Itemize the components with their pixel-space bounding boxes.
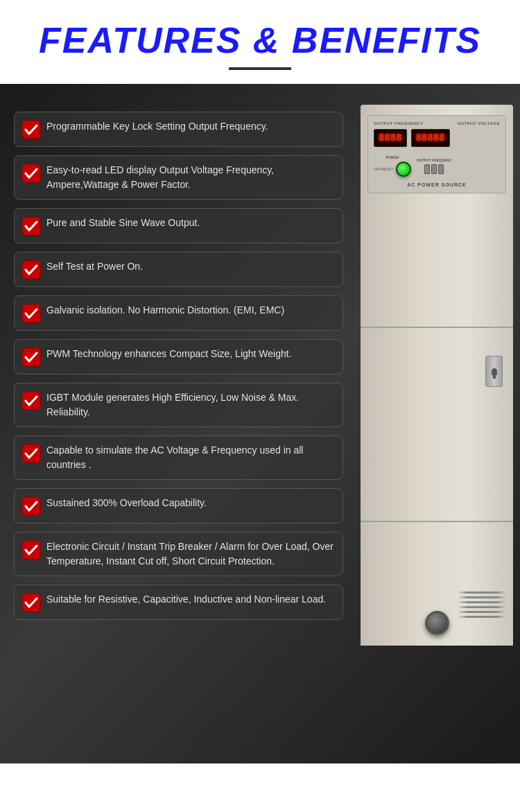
checkmark-icon-3 <box>21 216 41 236</box>
power-label: POWER <box>386 155 399 159</box>
feature-text-10: Electronic Circuit / Instant Trip Breake… <box>46 539 334 569</box>
header-section: FEATURES & BENEFITS <box>0 0 520 84</box>
feature-item-2: Easy-to-read LED display Output Voltage … <box>14 155 343 200</box>
checkmark-icon-11 <box>21 593 41 612</box>
feature-text-3: Pure and Stable Sine Wave Output. <box>46 216 200 230</box>
main-title: FEATURES & BENEFITS <box>14 21 506 60</box>
vent-slit-3 <box>458 601 506 603</box>
feature-text-8: Capable to simulate the AC Voltage & Fre… <box>46 443 334 472</box>
feature-text-5: Galvanic isolation. No Harmonic Distorti… <box>46 303 284 318</box>
checkmark-icon-2 <box>21 164 41 183</box>
checkmark-icon-1 <box>21 120 41 139</box>
freq-label: OUTPUT FREQUENCY <box>374 121 424 126</box>
feature-item-7: IGBT Module generates High Efficiency, L… <box>14 383 343 427</box>
feature-item-8: Capable to simulate the AC Voltage & Fre… <box>14 435 343 480</box>
voltage-label: OUTPUT VOLTAGE <box>458 121 500 126</box>
power-green-button[interactable] <box>396 162 411 177</box>
feature-item-4: Self Test at Power On. <box>14 252 343 287</box>
device-control-panel: OUTPUT FREQUENCY OUTPUT VOLTAGE 8888 888… <box>367 115 506 193</box>
vent-slit-4 <box>458 606 506 608</box>
freq-switch-3[interactable] <box>438 164 444 174</box>
door-handle-area <box>485 356 503 387</box>
output-freq-switch-section: OUTPUT FREQUENC <box>417 158 451 174</box>
device-top-panel: OUTPUT FREQUENCY OUTPUT VOLTAGE 8888 888… <box>361 105 513 327</box>
voltage-digits: 88888 <box>416 132 445 144</box>
checkmark-icon-4 <box>21 260 41 279</box>
vent-slit-1 <box>458 591 506 594</box>
feature-text-4: Self Test at Power On. <box>46 259 143 274</box>
checkmark-icon-9 <box>21 496 41 516</box>
door-handle[interactable] <box>485 356 503 387</box>
off-reset-label: OFF/RESET <box>374 167 393 171</box>
device-body: OUTPUT FREQUENCY OUTPUT VOLTAGE 8888 888… <box>361 105 513 646</box>
freq-switches <box>424 164 444 174</box>
feature-text-7: IGBT Module generates High Efficiency, L… <box>46 390 334 420</box>
feature-text-6: PWM Technology enhances Compact Size, Li… <box>46 347 292 361</box>
vent-slits <box>458 591 506 618</box>
device-image-area: OUTPUT FREQUENCY OUTPUT VOLTAGE 8888 888… <box>354 105 520 743</box>
feature-item-10: Electronic Circuit / Instant Trip Breake… <box>14 532 343 576</box>
feature-item-5: Galvanic isolation. No Harmonic Distorti… <box>14 295 343 331</box>
feature-item-3: Pure and Stable Sine Wave Output. <box>14 208 343 243</box>
power-section: POWER OFF/RESET <box>374 155 411 177</box>
panel-labels-row: OUTPUT FREQUENCY OUTPUT VOLTAGE <box>374 121 500 126</box>
power-switch-group: OFF/RESET <box>374 162 411 177</box>
device-middle-section <box>361 327 513 521</box>
feature-item-6: PWM Technology enhances Compact Size, Li… <box>14 339 343 374</box>
freq-digits: 8888 <box>379 132 402 144</box>
controls-row: POWER OFF/RESET OUTPUT FREQUENC <box>374 153 500 180</box>
title-underline <box>229 67 291 70</box>
device-bottom-section <box>361 521 513 646</box>
vent-slit-6 <box>458 616 506 618</box>
door-keyhole <box>492 368 497 375</box>
checkmark-icon-6 <box>21 347 41 367</box>
feature-text-11: Suitable for Resistive, Capacitive, Indu… <box>46 592 326 607</box>
freq-switch-2[interactable] <box>431 164 437 174</box>
display-row: 8888 88888 <box>374 129 500 147</box>
feature-text-1: Programmable Key Lock Setting Output Fre… <box>46 119 268 134</box>
dark-section: Programmable Key Lock Setting Output Fre… <box>0 84 520 763</box>
output-freq-switch-label: OUTPUT FREQUENC <box>417 158 451 162</box>
vent-slit-5 <box>458 611 506 613</box>
checkmark-icon-8 <box>21 444 41 463</box>
feature-item-9: Sustained 300% Overload Capability. <box>14 488 343 524</box>
feature-item-1: Programmable Key Lock Setting Output Fre… <box>14 112 343 147</box>
voltage-display: 88888 <box>411 129 450 147</box>
checkmark-icon-10 <box>21 540 41 560</box>
feature-item-11: Suitable for Resistive, Capacitive, Indu… <box>14 585 343 620</box>
vent-slit-2 <box>458 596 506 598</box>
freq-switch-1[interactable] <box>424 164 430 174</box>
device-wheel <box>425 611 449 635</box>
ac-power-source-label: AC POWER SOURCE <box>374 182 500 187</box>
features-list: Programmable Key Lock Setting Output Fre… <box>0 105 354 743</box>
feature-text-2: Easy-to-read LED display Output Voltage … <box>46 163 334 192</box>
checkmark-icon-7 <box>21 391 41 411</box>
freq-display: 8888 <box>374 129 407 147</box>
checkmark-icon-5 <box>21 304 41 323</box>
feature-text-9: Sustained 300% Overload Capability. <box>46 496 207 510</box>
